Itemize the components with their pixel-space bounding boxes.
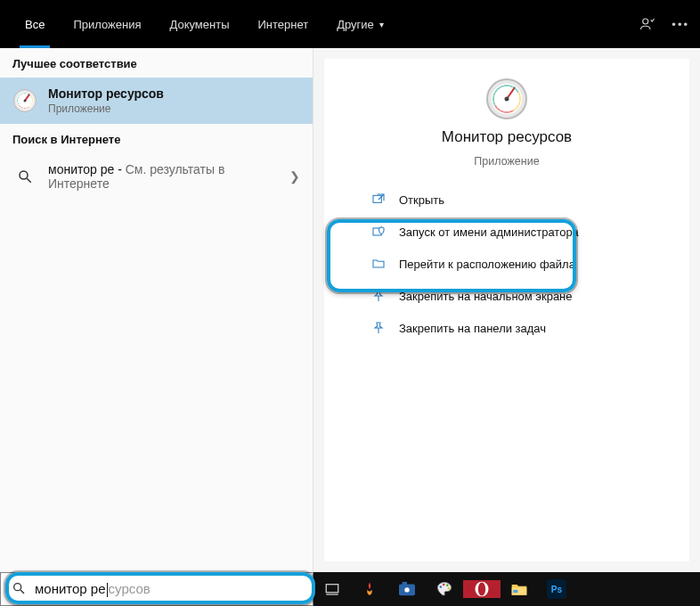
- search-content: Лучшее соответствие Монитор ресурсов При…: [0, 48, 700, 572]
- taskbar-buttons: Ps: [313, 572, 575, 606]
- action-open[interactable]: Открыть: [367, 184, 668, 216]
- action-open-file-location[interactable]: Перейти к расположению файла: [367, 248, 668, 280]
- taskbar-screenshot-tool[interactable]: [388, 581, 426, 597]
- svg-point-17: [448, 587, 451, 590]
- svg-rect-13: [403, 582, 407, 586]
- detail-pane-container: Монитор ресурсов Приложение Открыть Запу…: [313, 48, 700, 572]
- svg-rect-3: [373, 195, 381, 202]
- tab-other-label: Другие: [337, 18, 374, 31]
- feedback-icon[interactable]: [639, 16, 655, 32]
- results-pane: Лучшее соответствие Монитор ресурсов При…: [0, 48, 313, 572]
- taskbar-file-explorer[interactable]: [501, 581, 538, 597]
- best-match-sub: Приложение: [48, 102, 300, 115]
- search-suggestion-tail: сурсов: [109, 581, 151, 596]
- resource-monitor-icon-large: [486, 78, 527, 119]
- top-icons: •••: [639, 16, 689, 32]
- svg-point-19: [478, 583, 485, 596]
- detail-pane: Монитор ресурсов Приложение Открыть Запу…: [324, 59, 689, 561]
- open-icon: [370, 192, 387, 208]
- action-pin-taskbar-label: Закрепить на панели задач: [399, 322, 546, 335]
- tab-documents-label: Документы: [169, 18, 229, 31]
- taskbar-opera[interactable]: [463, 580, 501, 598]
- svg-rect-21: [513, 590, 517, 593]
- web-result-title: монитор ре - См. результаты в Интернете: [48, 162, 279, 191]
- action-run-as-admin[interactable]: Запуск от имени администратора: [367, 216, 668, 248]
- best-match-header: Лучшее соответствие: [0, 48, 313, 78]
- action-open-file-location-label: Перейти к расположению файла: [399, 258, 575, 271]
- tab-all-label: Все: [25, 18, 45, 31]
- svg-point-0: [643, 19, 648, 24]
- pin-taskbar-icon: [370, 320, 387, 336]
- best-match-result[interactable]: Монитор ресурсов Приложение: [0, 78, 313, 124]
- taskbar-search-box[interactable]: монитор ресурсов: [0, 572, 313, 606]
- filter-tabs: Все Приложения Документы Интернет Другие…: [11, 0, 398, 48]
- action-open-label: Открыть: [399, 193, 444, 207]
- svg-point-14: [440, 586, 443, 588]
- taskbar-daemon-tools[interactable]: [351, 580, 388, 598]
- svg-line-8: [20, 590, 24, 594]
- search-typed-text: монитор ре: [35, 581, 106, 596]
- action-pin-start[interactable]: Закрепить на начальном экране: [367, 280, 668, 312]
- svg-point-16: [446, 585, 449, 587]
- tab-internet[interactable]: Интернет: [243, 0, 322, 48]
- svg-line-2: [27, 178, 31, 183]
- svg-point-12: [404, 587, 409, 592]
- tab-internet-label: Интернет: [257, 18, 308, 31]
- pin-start-icon: [370, 288, 387, 304]
- search-filter-bar: Все Приложения Документы Интернет Другие…: [0, 0, 700, 48]
- tab-apps[interactable]: Приложения: [59, 0, 155, 48]
- action-pin-taskbar[interactable]: Закрепить на панели задач: [367, 312, 668, 344]
- search-icon: [12, 164, 37, 189]
- tab-documents[interactable]: Документы: [155, 0, 243, 48]
- search-text-display: монитор ресурсов: [35, 581, 151, 597]
- actions-list: Открыть Запуск от имени администратора П…: [346, 184, 668, 344]
- web-search-header: Поиск в Интернете: [0, 124, 313, 153]
- more-options-icon[interactable]: •••: [672, 18, 689, 31]
- tab-all[interactable]: Все: [11, 0, 59, 48]
- tab-other[interactable]: Другие▾: [322, 0, 398, 48]
- taskbar-photoshop[interactable]: Ps: [538, 579, 575, 599]
- chevron-down-icon: ▾: [379, 20, 384, 29]
- task-view-button[interactable]: [313, 581, 351, 597]
- action-pin-start-label: Закрепить на начальном экране: [399, 290, 573, 303]
- svg-point-1: [20, 171, 28, 179]
- detail-sub: Приложение: [474, 155, 539, 168]
- taskbar-paint[interactable]: [426, 580, 463, 598]
- svg-text:Ps: Ps: [551, 585, 563, 594]
- resource-monitor-icon: [12, 88, 37, 113]
- chevron-right-icon: ❯: [289, 169, 300, 184]
- svg-rect-9: [326, 585, 338, 593]
- svg-point-7: [14, 583, 21, 590]
- svg-point-15: [443, 584, 445, 586]
- admin-shield-icon: [370, 224, 387, 240]
- search-icon: [12, 581, 26, 598]
- web-search-result[interactable]: монитор ре - См. результаты в Интернете …: [0, 153, 313, 200]
- text-cursor: [107, 583, 108, 597]
- action-run-as-admin-label: Запуск от имени администратора: [399, 225, 579, 239]
- best-match-title: Монитор ресурсов: [48, 86, 300, 101]
- folder-icon: [370, 256, 387, 272]
- tab-apps-label: Приложения: [73, 18, 141, 31]
- detail-title: Монитор ресурсов: [442, 128, 572, 146]
- taskbar: монитор ресурсов Ps: [0, 572, 700, 606]
